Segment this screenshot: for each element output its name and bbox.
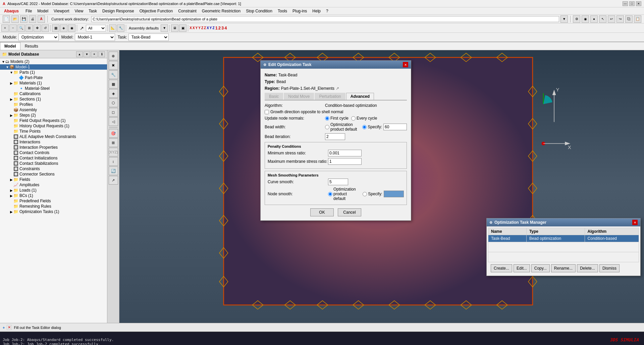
tree-item-profiles[interactable]: 📁 Profiles	[0, 102, 107, 107]
node-smooth-specify-radio[interactable]	[363, 192, 367, 196]
pan-btn[interactable]: ✥	[34, 24, 41, 32]
selection-combo[interactable]: All	[86, 25, 106, 31]
menu-viewport[interactable]: Viewport	[51, 8, 72, 14]
create-button[interactable]: Create...	[491, 264, 512, 272]
cwd-dropdown-button[interactable]: ▼	[560, 15, 568, 23]
icon-btn-13[interactable]: 🔄	[109, 166, 118, 175]
display-opts-btn[interactable]: 🖥	[171, 24, 178, 32]
delete-button[interactable]: Delete...	[577, 264, 598, 272]
update-normals-every-radio[interactable]	[351, 116, 356, 121]
tree-item-fields[interactable]: ▶ 📁 Fields	[0, 177, 107, 182]
mesh-btn[interactable]: 🔧	[117, 24, 124, 32]
task-manager-titlebar[interactable]: ⚙ Optimization Task Manager ✕	[487, 218, 640, 226]
save-button[interactable]: 💾	[20, 15, 28, 23]
expand-loads[interactable]: ▶	[9, 189, 13, 192]
redo-btn[interactable]: ↪	[616, 15, 624, 23]
menu-design-response[interactable]: Design Response	[100, 8, 137, 14]
rotate-btn[interactable]: ↺	[42, 24, 49, 32]
icon-btn-14[interactable]: ↗	[109, 176, 118, 185]
expand-steps[interactable]: ▶	[9, 114, 13, 117]
menu-question[interactable]: ?	[323, 8, 331, 14]
cwd-input[interactable]	[91, 16, 559, 22]
curve-smooth-input[interactable]	[328, 179, 348, 185]
edit-dialog-close-button[interactable]: ✕	[403, 62, 408, 67]
toggle-btn-3[interactable]: ●	[590, 15, 598, 23]
rename-button[interactable]: Rename...	[551, 264, 576, 272]
update-normals-first-radio[interactable]	[325, 116, 329, 121]
undo-btn[interactable]: ↩	[608, 15, 615, 23]
tree-item-material-steel[interactable]: 🔹 Material-Steel	[0, 86, 107, 91]
expand-optimization-tasks[interactable]: ▶	[9, 210, 13, 214]
icon-btn-1[interactable]: ⊕	[109, 52, 118, 60]
icon-btn-11[interactable]: (XYZ)	[109, 148, 118, 156]
zoom-fit-btn[interactable]: ⊞	[25, 24, 33, 32]
zoom-region-btn[interactable]: 🔍	[17, 24, 25, 32]
tree-item-interactions[interactable]: 🔲 Interactions	[0, 139, 107, 145]
icon-btn-10[interactable]: ⊞	[109, 138, 118, 147]
expand-fields[interactable]: ▶	[9, 178, 13, 182]
close-button[interactable]: ✕	[636, 1, 641, 6]
icon-btn-5[interactable]: ◈	[109, 89, 118, 98]
select-element-btn[interactable]: ◉	[68, 24, 75, 32]
tree-item-parts[interactable]: ▼ 📁 Parts (1)	[0, 70, 107, 75]
num-4[interactable]: 4	[224, 25, 227, 30]
tab-model[interactable]: Model	[0, 42, 20, 50]
toggle-btn-2[interactable]: ◉	[582, 15, 589, 23]
menu-task[interactable]: Task	[86, 8, 100, 14]
expand-model1[interactable]: ▼	[5, 65, 9, 69]
num-2[interactable]: 2	[218, 25, 221, 30]
tab-nodal-move[interactable]: Nodal Move	[284, 93, 314, 100]
bead-width-opt-default-radio[interactable]	[325, 125, 329, 129]
growth-direction-checkbox[interactable]	[265, 110, 269, 114]
tree-item-sections[interactable]: ▶ 📁 Sections (1)	[0, 96, 107, 102]
expand-sections[interactable]: ▶	[9, 97, 13, 101]
tab-results[interactable]: Results	[20, 42, 43, 50]
bead-width-specify-radio[interactable]	[362, 125, 367, 129]
zoom-out-btn[interactable]: −	[9, 24, 17, 32]
bead-iteration-input[interactable]	[325, 133, 345, 140]
table-row[interactable]: Task-Bead Bead optimization Condition-ba…	[488, 235, 639, 242]
open-file-button[interactable]: 📂	[11, 15, 19, 23]
tree-item-interaction-props[interactable]: 🔲 Interaction Properties	[0, 145, 107, 150]
tree-item-calibrations[interactable]: 📁 Calibrations	[0, 91, 107, 96]
tree-item-amplitudes[interactable]: 📈 Amplitudes	[0, 182, 107, 188]
menu-file[interactable]: File	[23, 8, 35, 14]
panel-down-btn[interactable]: ▼	[84, 51, 90, 57]
ok-button[interactable]: OK	[310, 208, 334, 216]
dismiss-button[interactable]: Dismiss	[599, 264, 620, 272]
tree-item-constraints[interactable]: 🔲 Constraints	[0, 166, 107, 171]
icon-btn-12[interactable]: ↕	[109, 157, 118, 166]
tree-item-steps[interactable]: ▶ 📁 Steps (2)	[0, 113, 107, 118]
render-btn[interactable]: ▣	[179, 24, 186, 32]
new-file-button[interactable]: 📄	[3, 15, 10, 23]
menu-geometric-restriction[interactable]: Geometric Restriction	[199, 8, 243, 14]
print-button[interactable]: 🖨	[29, 15, 36, 23]
tree-item-bcs[interactable]: ▶ 📁 BCs (1)	[0, 193, 107, 198]
copy-button[interactable]: Copy...	[531, 264, 550, 272]
task-select[interactable]: Task-Bead	[128, 33, 169, 41]
bead-width-input[interactable]	[383, 124, 407, 130]
tree-item-ale[interactable]: 🔲 ALE Adaptive Mesh Constraints	[0, 134, 107, 139]
node-smooth-input[interactable]	[384, 191, 404, 197]
icon-btn-7[interactable]: ◻	[109, 108, 118, 117]
maximize-button[interactable]: □	[629, 1, 635, 6]
max-membrane-input[interactable]	[328, 158, 362, 165]
tree-item-loads[interactable]: ▶ 📁 Loads (1)	[0, 188, 107, 193]
tree-item-contact-controls[interactable]: 🔲 Contact Controls	[0, 150, 107, 155]
icon-btn-2[interactable]: ✖	[109, 61, 118, 70]
num-3[interactable]: 3	[221, 25, 224, 30]
tree-item-models[interactable]: ▼ 🗂 Models (2)	[0, 59, 107, 64]
tree-item-materials[interactable]: ▶ 📁 Materials (1)	[0, 80, 107, 86]
select-all-btn[interactable]: ▦	[52, 24, 59, 32]
edit-button[interactable]: Edit...	[514, 264, 530, 272]
min-stress-input[interactable]	[328, 150, 362, 156]
expand-models[interactable]: ▼	[1, 60, 5, 64]
tree-item-part-plate[interactable]: 🔷 Part-Plate	[0, 75, 107, 80]
toggle-btn-1[interactable]: ⚙	[573, 15, 580, 23]
assembly-dropdown-btn[interactable]: ▼	[161, 24, 168, 32]
tree-item-contact-stab[interactable]: 🔲 Contact Stabilizations	[0, 161, 107, 166]
icon-btn-6[interactable]: ⬡	[109, 98, 118, 107]
zoom-in-btn[interactable]: +	[1, 24, 9, 32]
tree-item-assembly[interactable]: 📦 Assembly	[0, 107, 107, 113]
menu-objective-function[interactable]: Objective Function	[137, 8, 175, 14]
